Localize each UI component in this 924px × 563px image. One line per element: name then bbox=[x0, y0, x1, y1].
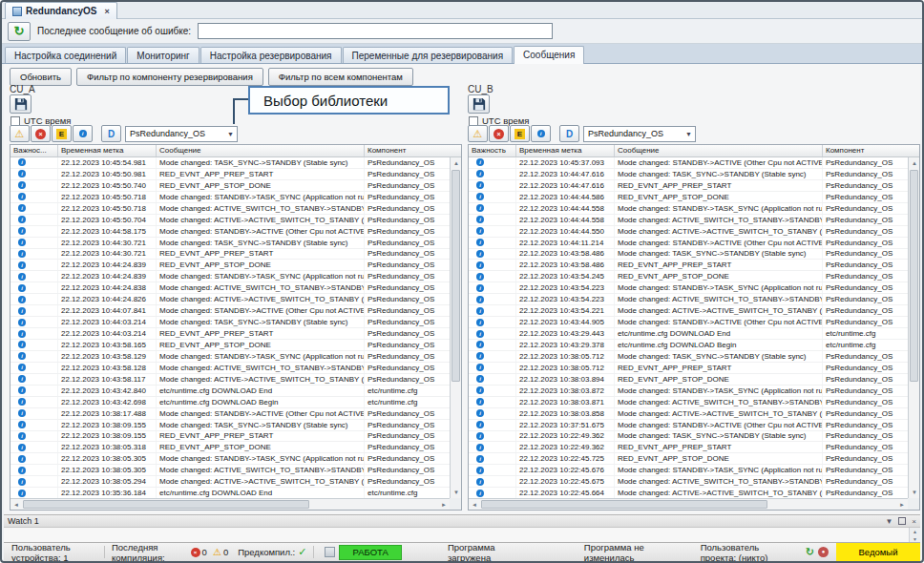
table-row[interactable]: i22.12.2023 10:43:54.221Mode changed: AC… bbox=[469, 305, 908, 317]
table-row[interactable]: i22.12.2023 10:38:03.858Mode changed: AC… bbox=[469, 408, 908, 420]
scroll-right-icon[interactable]: ► bbox=[896, 499, 908, 511]
view-tab-1[interactable]: Мониторинг bbox=[127, 47, 199, 63]
table-row[interactable]: i22.12.2023 10:38:03.872Mode changed: ST… bbox=[469, 386, 908, 397]
table-row[interactable]: i22.12.2023 10:43:58.165RED_EVNT_APP_STO… bbox=[10, 340, 450, 351]
table-row[interactable]: i22.12.2023 10:44:24.826Mode changed: AC… bbox=[10, 294, 450, 305]
table-row[interactable]: i22.12.2023 10:38:05.712Mode changed: TA… bbox=[469, 351, 908, 363]
table-row[interactable]: i22.12.2023 10:43:44.905Mode changed: ST… bbox=[469, 317, 908, 328]
table-row[interactable]: i22.12.2023 10:37:51.675Mode changed: ST… bbox=[469, 420, 908, 431]
table-row[interactable]: i22.12.2023 10:44:03.214Mode changed: TA… bbox=[10, 317, 450, 328]
library-select[interactable]: PsRedundancy_OS ▼ bbox=[125, 126, 238, 142]
watch-panel-header[interactable]: Watch 1 ▼ × bbox=[4, 514, 920, 528]
table-row[interactable]: i22.12.2023 10:45:37.093Mode changed: ST… bbox=[469, 157, 908, 169]
table-row[interactable]: i22.12.2023 10:22:49.362RED_EVNT_APP_PRE… bbox=[469, 442, 908, 453]
table-row[interactable]: i22.12.2023 10:44:24.839Mode changed: ST… bbox=[10, 271, 450, 282]
utc-checkbox[interactable] bbox=[469, 116, 478, 126]
scrollbar-thumb[interactable] bbox=[910, 170, 918, 382]
table-row[interactable]: i22.12.2023 10:22:45.675Mode changed: AC… bbox=[469, 476, 908, 488]
table-row[interactable]: i22.12.2023 10:38:05.294Mode changed: AC… bbox=[10, 476, 450, 488]
table-row[interactable]: i22.12.2023 10:44:58.175Mode changed: ST… bbox=[10, 226, 450, 238]
save-log-button[interactable] bbox=[468, 94, 490, 114]
table-row[interactable]: i22.12.2023 10:43:54.245RED_EVNT_APP_STO… bbox=[469, 271, 908, 282]
scrollbar-thumb[interactable] bbox=[23, 500, 309, 509]
table-row[interactable]: i22.12.2023 10:44:44.558Mode changed: AC… bbox=[469, 215, 908, 226]
table-row[interactable]: i22.12.2023 10:43:58.486RED_EVNT_APP_PRE… bbox=[469, 260, 908, 271]
table-row[interactable]: i22.12.2023 10:43:42.698etc/runtime.cfg … bbox=[10, 397, 450, 408]
table-row[interactable]: i22.12.2023 10:43:58.128Mode changed: AC… bbox=[10, 363, 450, 374]
document-tab-redundancyos[interactable]: RedundancyOS × bbox=[5, 2, 117, 19]
scrollbar-thumb[interactable] bbox=[481, 500, 767, 509]
table-row[interactable]: i22.12.2023 10:44:30.721RED_EVNT_APP_PRE… bbox=[10, 249, 450, 261]
table-row[interactable]: i22.12.2023 10:38:05.712RED_EVNT_APP_PRE… bbox=[469, 363, 908, 374]
table-row[interactable]: i22.12.2023 10:43:29.378etc/runtime.cfg … bbox=[469, 340, 908, 351]
table-row[interactable]: i22.12.2023 10:44:44.550Mode changed: AC… bbox=[469, 226, 908, 238]
horizontal-scrollbar[interactable]: ◄ ► bbox=[469, 498, 908, 510]
table-row[interactable]: i22.12.2023 10:44:30.721Mode changed: TA… bbox=[10, 238, 450, 249]
table-row[interactable]: i22.12.2023 10:45:50.981RED_EVNT_APP_PRE… bbox=[10, 169, 450, 180]
table-row[interactable]: i22.12.2023 10:43:54.223Mode changed: AC… bbox=[469, 294, 908, 305]
scroll-right-icon[interactable]: ► bbox=[438, 499, 450, 511]
table-row[interactable]: i22.12.2023 10:38:09.155Mode changed: TA… bbox=[10, 420, 450, 431]
scroll-up-icon[interactable]: ▲ bbox=[451, 157, 462, 169]
table-row[interactable]: i22.12.2023 10:44:24.839RED_EVNT_APP_STO… bbox=[10, 260, 450, 271]
table-row[interactable]: i22.12.2023 10:22:45.664Mode changed: AC… bbox=[469, 488, 908, 498]
table-row[interactable]: i22.12.2023 10:38:05.305Mode changed: ST… bbox=[10, 453, 450, 465]
column-header-3[interactable]: Компонент bbox=[365, 145, 461, 156]
table-row[interactable]: i22.12.2023 10:22:45.725RED_EVNT_APP_STO… bbox=[469, 453, 908, 465]
table-row[interactable]: i22.12.2023 10:44:11.214Mode changed: ST… bbox=[469, 238, 908, 249]
table-row[interactable]: i22.12.2023 10:44:03.214RED_EVNT_APP_PRE… bbox=[10, 328, 450, 340]
auto-hide-pin-icon[interactable] bbox=[898, 517, 906, 525]
view-tab-4[interactable]: Сообщения bbox=[514, 46, 584, 64]
table-row[interactable]: i22.12.2023 10:45:54.981Mode changed: TA… bbox=[10, 157, 450, 169]
filter-debug-button[interactable]: D bbox=[101, 125, 121, 142]
table-row[interactable]: i22.12.2023 10:45:50.718Mode changed: AC… bbox=[10, 203, 450, 215]
table-row[interactable]: i22.12.2023 10:43:54.223Mode changed: ST… bbox=[469, 282, 908, 294]
save-log-button[interactable] bbox=[10, 94, 32, 114]
table-row[interactable]: i22.12.2023 10:44:44.558Mode changed: ST… bbox=[469, 203, 908, 215]
table-row[interactable]: i22.12.2023 10:38:05.305Mode changed: AC… bbox=[10, 465, 450, 476]
table-row[interactable]: i22.12.2023 10:43:58.129Mode changed: ST… bbox=[10, 351, 450, 363]
table-row[interactable]: i22.12.2023 10:44:07.841Mode changed: ST… bbox=[10, 305, 450, 317]
table-row[interactable]: i22.12.2023 10:22:45.676Mode changed: ST… bbox=[469, 465, 908, 476]
scroll-left-icon[interactable]: ◄ bbox=[10, 499, 22, 511]
table-row[interactable]: i22.12.2023 10:38:17.488Mode changed: ST… bbox=[10, 408, 450, 420]
scrollbar-thumb[interactable] bbox=[452, 170, 460, 382]
table-row[interactable]: i22.12.2023 10:43:58.117Mode changed: AC… bbox=[10, 374, 450, 386]
chevron-down-icon[interactable]: ▼ bbox=[885, 517, 892, 526]
table-row[interactable]: i22.12.2023 10:44:47.616RED_EVNT_APP_PRE… bbox=[469, 180, 908, 192]
table-row[interactable]: i22.12.2023 10:43:29.443etc/runtime.cfg … bbox=[469, 328, 908, 340]
filter-info-button[interactable]: i bbox=[531, 125, 551, 142]
scroll-left-icon[interactable]: ◄ bbox=[469, 499, 480, 511]
scroll-up-icon[interactable]: ▲ bbox=[909, 157, 920, 169]
vertical-scrollbar[interactable]: ▲ ▼ bbox=[908, 157, 919, 498]
table-row[interactable]: i22.12.2023 10:43:42.840etc/runtime.cfg … bbox=[10, 386, 450, 397]
table-row[interactable]: i22.12.2023 10:43:58.486Mode changed: TA… bbox=[469, 249, 908, 261]
filter-warning-button[interactable]: ⚠ bbox=[468, 125, 488, 142]
table-row[interactable]: i22.12.2023 10:38:05.318RED_EVNT_APP_STO… bbox=[10, 442, 450, 453]
table-row[interactable]: i22.12.2023 10:45:50.740RED_EVNT_APP_STO… bbox=[10, 180, 450, 192]
table-row[interactable]: i22.12.2023 10:38:03.871Mode changed: AC… bbox=[469, 397, 908, 408]
column-header-3[interactable]: Компонент bbox=[823, 145, 919, 156]
table-row[interactable]: i22.12.2023 10:45:50.704Mode changed: AC… bbox=[10, 215, 450, 226]
filter-debug-button[interactable]: D bbox=[559, 125, 579, 142]
vertical-scrollbar[interactable]: ▲▼ bbox=[909, 528, 920, 543]
column-header-2[interactable]: Сообщение bbox=[615, 145, 823, 156]
table-row[interactable]: i22.12.2023 10:38:03.894RED_EVNT_APP_STO… bbox=[469, 374, 908, 386]
filter-error-button[interactable]: × bbox=[489, 125, 509, 142]
column-header-0[interactable]: Важнос... bbox=[10, 145, 58, 156]
column-header-1[interactable]: Временная метка bbox=[58, 145, 157, 156]
filter-info-button[interactable]: i bbox=[73, 125, 93, 142]
utc-checkbox[interactable] bbox=[10, 116, 20, 126]
table-row[interactable]: i22.12.2023 10:44:44.586RED_EVNT_APP_STO… bbox=[469, 192, 908, 203]
library-select[interactable]: PsRedundancy_OS ▼ bbox=[583, 126, 696, 142]
filter-exception-button[interactable]: E bbox=[510, 125, 530, 142]
vertical-scrollbar[interactable]: ▲ ▼ bbox=[450, 157, 461, 498]
table-row[interactable]: i22.12.2023 10:35:36.184etc/runtime.cfg … bbox=[10, 488, 450, 498]
table-row[interactable]: i22.12.2023 10:22:49.362Mode changed: TA… bbox=[469, 431, 908, 443]
scroll-down-icon[interactable]: ▼ bbox=[451, 487, 462, 498]
close-icon[interactable]: × bbox=[104, 7, 109, 16]
view-tab-3[interactable]: Переменные для резервирования bbox=[343, 47, 514, 63]
filter-warning-button[interactable]: ⚠ bbox=[10, 125, 30, 142]
view-tab-2[interactable]: Настройка резервирования bbox=[200, 47, 342, 63]
column-header-1[interactable]: Временная метка bbox=[516, 145, 615, 156]
